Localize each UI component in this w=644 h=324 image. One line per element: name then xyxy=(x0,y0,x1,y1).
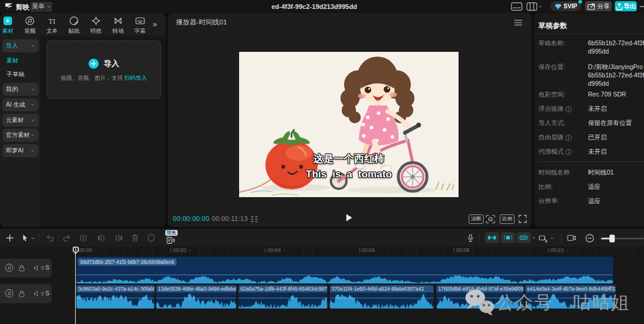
sidebar-item-7[interactable]: 即梦AI xyxy=(2,144,39,157)
focus-button[interactable] xyxy=(485,214,496,224)
audio-track-clip[interactable]: 62a5a75a-16fb-443f-8f45-654634c997f7 xyxy=(239,285,327,309)
tab-label: 字幕 xyxy=(129,27,151,35)
lock-icon[interactable] xyxy=(18,264,26,272)
auto-snap-button[interactable] xyxy=(501,232,515,243)
tab-sticker[interactable]: 贴纸 xyxy=(63,16,85,35)
wechat-icon xyxy=(463,288,497,317)
record-voiceover-button[interactable] xyxy=(466,233,475,243)
field-value: 保留在原有位置 xyxy=(588,119,644,127)
player-menu-icon[interactable] xyxy=(514,20,522,26)
svip-button[interactable]: SVIP xyxy=(550,1,581,11)
share-button[interactable]: 分享 xyxy=(585,1,612,11)
lock-icon[interactable] xyxy=(18,289,26,298)
field-value: 已开启 xyxy=(588,133,644,142)
slider-handle[interactable] xyxy=(609,235,615,242)
tab-media[interactable]: 素材 xyxy=(0,16,18,35)
audio-track-clip[interactable]: 3c8603a0-9e2c-437a-a14c-30fab5ec xyxy=(76,285,154,309)
timeline-zoom-slider[interactable] xyxy=(601,238,644,239)
text-to-speech-button[interactable] xyxy=(166,236,175,245)
preview-quality-button[interactable] xyxy=(566,233,577,242)
info-icon[interactable] xyxy=(565,135,572,141)
chevron-down-icon xyxy=(538,4,543,9)
tab-more-button[interactable]: » xyxy=(153,20,157,29)
field-label: 保存位置: xyxy=(538,63,565,71)
field-value: 6b55b1b2-72ed-4f3f-9 xyxy=(588,71,644,79)
tab-label: 贴纸 xyxy=(63,27,85,35)
linkage-button[interactable] xyxy=(516,232,531,243)
field-label: 自由层级 xyxy=(538,133,572,142)
captions-view-icon[interactable] xyxy=(511,2,522,11)
zoom-out-button[interactable] xyxy=(585,233,595,243)
sidebar-item-0[interactable]: 导入 xyxy=(2,39,39,52)
field-value: d995dd xyxy=(588,80,644,87)
chevron-down-icon xyxy=(30,118,35,123)
info-icon[interactable] xyxy=(565,149,572,155)
quality-button[interactable]: 清晰 xyxy=(469,214,484,224)
track-header: 0 S xyxy=(0,258,52,278)
sidebar-item-5[interactable]: 云素材 xyxy=(2,114,39,127)
audio-track-clip[interactable]: 13de0539-468e-46a3-9496-edb6ebe xyxy=(156,285,236,309)
info-icon[interactable] xyxy=(565,106,572,113)
divider xyxy=(39,233,40,243)
field-value: 未开启 xyxy=(588,148,644,156)
select-tool-button[interactable] xyxy=(21,233,35,242)
chevron-down-icon xyxy=(30,236,35,241)
field-label: 草稿名称: xyxy=(538,39,565,48)
play-button[interactable] xyxy=(345,213,353,222)
export-button[interactable]: 导出 xyxy=(615,1,637,11)
sidebar-item-6[interactable]: 官方素材 xyxy=(2,129,39,142)
add-media-button[interactable] xyxy=(5,233,14,242)
main-track-magnet-button[interactable] xyxy=(485,232,499,243)
chevron-down-icon xyxy=(30,87,35,92)
scan-import-link[interactable]: 扫码导入 xyxy=(125,74,147,81)
delete-button[interactable] xyxy=(131,233,140,242)
tab-text[interactable]: TI 文本 xyxy=(41,16,63,35)
preview-axis-button[interactable] xyxy=(538,233,555,243)
import-dropzone[interactable]: 导入 视频、音频、图片，支持 扫码导入 xyxy=(47,40,161,99)
sidebar-item-2[interactable]: 子草稿 xyxy=(7,70,24,79)
redo-button[interactable] xyxy=(62,233,72,242)
split-keep-right-button[interactable] xyxy=(114,233,123,242)
undo-button[interactable] xyxy=(45,233,55,242)
track-header: 0 S xyxy=(0,284,52,303)
sidebar-item-3[interactable]: 我的 xyxy=(2,83,39,96)
field-label: 分辨率: xyxy=(538,197,559,205)
chevron-up-icon xyxy=(30,43,35,48)
video-preview: 这是一个西红柿 This is a tomato xyxy=(239,52,459,197)
field-label: 时间线名称 xyxy=(538,169,570,177)
import-hint: 视频、音频、图片，支持 扫码导入 xyxy=(47,74,160,82)
fullscreen-button[interactable] xyxy=(518,214,527,223)
effects-icon xyxy=(91,16,101,26)
tab-captions[interactable]: 字幕 xyxy=(129,16,151,35)
tab-audio[interactable]: 音频 xyxy=(19,16,41,35)
volume-icon[interactable]: 0 xyxy=(33,290,44,297)
audio-track-clip[interactable]: 370e11f4-1e50-44fd-a524-9fa6e0307a42 xyxy=(330,285,434,309)
minimize-button[interactable] xyxy=(640,6,644,7)
solo-button[interactable]: S xyxy=(45,289,49,297)
solo-button[interactable]: S xyxy=(45,264,49,271)
volume-icon[interactable]: 0 xyxy=(33,264,44,272)
tab-transition[interactable]: 转场 xyxy=(107,16,129,35)
clip-label: 13de0539-468e-46a3-9496-edb6ebe xyxy=(156,285,236,292)
free-badge: 限免 xyxy=(165,230,178,236)
sidebar-item-1[interactable]: 素材 xyxy=(7,57,18,65)
field-value: 适应 xyxy=(588,197,644,205)
frame-view-icon[interactable] xyxy=(250,216,259,223)
video-track-clip[interactable]: b5d72d56-2f27-41f2-b6b7-26c5939a0ec6 xyxy=(76,257,613,284)
divider xyxy=(534,33,644,34)
current-timecode: 00:00:00:00 xyxy=(173,215,209,222)
linkage-button-chevron[interactable] xyxy=(531,235,536,240)
cover-button[interactable] xyxy=(147,233,156,242)
split-button[interactable] xyxy=(79,233,88,242)
tab-effects[interactable]: 特效 xyxy=(85,16,107,35)
sidebar-item-4[interactable]: AI 生成 xyxy=(2,98,39,111)
field-label: 代理模式 xyxy=(538,148,572,156)
audio-loop-icon[interactable] xyxy=(5,263,14,272)
split-keep-left-button[interactable] xyxy=(97,233,106,242)
ratio-button[interactable]: 比例 xyxy=(500,214,515,224)
audio-loop-icon[interactable] xyxy=(5,289,14,298)
divider xyxy=(479,233,480,243)
tab-label: 特效 xyxy=(85,27,107,35)
layout-switch-icon[interactable] xyxy=(527,2,543,11)
import-button-label: 导入 xyxy=(104,58,119,69)
